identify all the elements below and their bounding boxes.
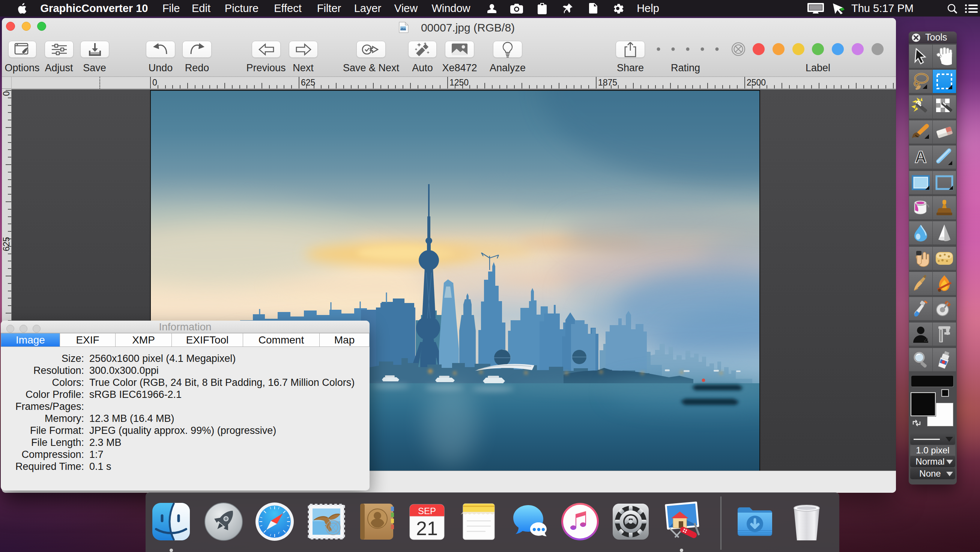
- svg-text:A: A: [915, 149, 927, 166]
- svg-text:21: 21: [416, 517, 438, 539]
- svg-text:SEP: SEP: [418, 506, 436, 516]
